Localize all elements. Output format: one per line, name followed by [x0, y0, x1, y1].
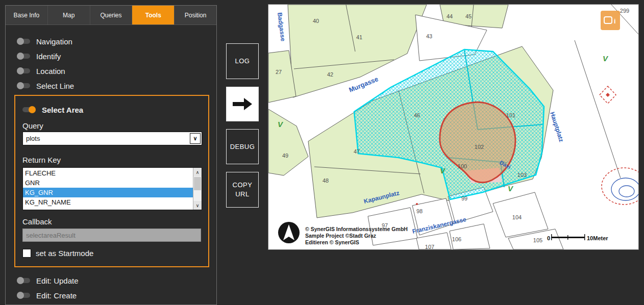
- copy-url-button[interactable]: COPY URL: [226, 172, 259, 208]
- toggle-knob: [17, 292, 24, 299]
- vegetation-symbol: V: [603, 54, 609, 63]
- query-dropdown[interactable]: plots ∨: [22, 132, 202, 145]
- parcel-label: 98: [416, 208, 423, 214]
- toggle-switch-icon[interactable]: [17, 68, 30, 73]
- list-item[interactable]: GNR: [23, 178, 193, 188]
- debug-button[interactable]: DEBUG: [226, 129, 259, 164]
- svg-text:i: i: [614, 17, 616, 25]
- app-window: Base Info Map Queries Tools Position Nav…: [0, 0, 644, 305]
- parcel-label: 101: [506, 112, 515, 118]
- query-dropdown-value: plots: [26, 135, 40, 142]
- tab-queries[interactable]: Queries: [90, 6, 133, 24]
- toggle-row-identify[interactable]: Identify: [17, 50, 61, 62]
- listbox-items: FLAECHE GNR KG_GNR KG_NR_NAME: [23, 168, 193, 210]
- diamond-center-dot: [606, 93, 610, 97]
- scale-distance-label: 10Meter: [587, 235, 608, 241]
- scroll-up-icon[interactable]: ∧: [193, 168, 202, 176]
- parcel-label: 43: [426, 33, 432, 39]
- list-item[interactable]: KG_NR_NAME: [23, 197, 193, 207]
- parcel-label: 100: [458, 163, 467, 169]
- toggle-label: Select Line: [36, 82, 74, 90]
- toggle-switch-icon[interactable]: [17, 54, 30, 59]
- parcel-label: 106: [452, 236, 461, 242]
- copyright-line: Editieren © SynerGIS: [305, 239, 359, 245]
- list-item-selected[interactable]: KG_GNR: [23, 188, 193, 197]
- contour-blue-inner: [619, 186, 634, 197]
- tab-tools[interactable]: Tools: [132, 6, 175, 24]
- parcel-label: 40: [313, 18, 319, 24]
- toggle-row-location[interactable]: Location: [17, 65, 65, 77]
- startmode-label: set as Startmode: [36, 249, 93, 258]
- chevron-down-icon[interactable]: ∨: [190, 133, 201, 144]
- street-label-hauptplatz: Hauptplatz: [549, 111, 565, 143]
- map-canvas[interactable]: V V V V Badgasse Murgasse Hauptplatz Kap…: [268, 5, 638, 249]
- toggle-switch-icon[interactable]: [22, 107, 36, 112]
- north-arrow-icon: [278, 222, 300, 243]
- listbox-scrollbar[interactable]: ∧ ∨: [193, 168, 202, 210]
- parcel-label: 44: [447, 13, 453, 19]
- parcel-label: 49: [282, 152, 288, 159]
- toggle-row-navigation[interactable]: Navigation: [17, 36, 72, 47]
- map-info-icon: i: [603, 14, 617, 27]
- parcel-49: [268, 109, 308, 175]
- map-container: V V V V Badgasse Murgasse Hauptplatz Kap…: [268, 4, 639, 250]
- panel-title: Select Area: [42, 106, 83, 114]
- startmode-checkbox[interactable]: [22, 249, 31, 258]
- parcel-label: 41: [356, 34, 362, 40]
- map-info-button[interactable]: i: [601, 11, 620, 30]
- parcel-label: 46: [414, 112, 420, 118]
- tab-position[interactable]: Position: [175, 6, 216, 24]
- list-item[interactable]: FLAECHE: [23, 168, 193, 178]
- toggle-knob: [17, 82, 24, 89]
- parcel-label: 107: [425, 244, 434, 249]
- tab-map[interactable]: Map: [48, 6, 90, 24]
- next-arrow-button[interactable]: [226, 87, 259, 121]
- toggle-row-edit-create[interactable]: Edit: Create: [17, 290, 77, 301]
- copyright-line: © SynerGIS Informationssysteme GmbH: [305, 226, 408, 232]
- toggle-switch-icon[interactable]: [17, 39, 30, 44]
- toggle-knob: [17, 38, 24, 45]
- street-label-badgasse: Badgasse: [276, 12, 287, 42]
- scale-zero-label: 0: [547, 235, 550, 241]
- toggle-label: Identify: [36, 52, 61, 61]
- parcel-label: 103: [517, 172, 527, 178]
- toggle-label: Edit: Update: [36, 276, 79, 285]
- toggle-row-select-area[interactable]: Select Area: [22, 104, 83, 115]
- query-label: Query: [22, 121, 43, 130]
- toggle-label: Navigation: [36, 37, 72, 46]
- scroll-down-icon[interactable]: ∨: [193, 201, 202, 210]
- small-red-mark: [416, 203, 418, 205]
- scrollbar-thumb[interactable]: [194, 177, 201, 190]
- parcel-label: 105: [533, 237, 542, 243]
- parcel-label: 27: [276, 69, 282, 75]
- parcel-label: 299: [620, 8, 629, 14]
- callback-input[interactable]: [22, 228, 201, 242]
- toggle-knob: [17, 53, 24, 60]
- return-key-label: Return Key: [22, 156, 61, 164]
- parcel-label: 104: [512, 214, 522, 220]
- tab-bar: Base Info Map Queries Tools Position: [6, 6, 216, 25]
- copyright-line: Sample Project ©Stadt Graz: [305, 233, 376, 239]
- toggle-label: Edit: Create: [36, 291, 77, 300]
- parcel-label: 47: [354, 148, 360, 155]
- log-button[interactable]: LOG: [226, 43, 259, 79]
- parcel-label: 102: [475, 144, 484, 150]
- right-arrow-icon: [231, 96, 254, 112]
- startmode-checkbox-row[interactable]: set as Startmode: [22, 249, 93, 258]
- tab-base-info[interactable]: Base Info: [6, 6, 48, 24]
- toggle-row-edit-update[interactable]: Edit: Update: [17, 275, 79, 286]
- toggle-label: Location: [36, 67, 65, 75]
- return-key-listbox[interactable]: FLAECHE GNR KG_GNR KG_NR_NAME ∧ ∨: [22, 167, 202, 210]
- sidebar: Base Info Map Queries Tools Position Nav…: [5, 5, 217, 305]
- toggle-switch-icon[interactable]: [17, 293, 30, 298]
- toggle-row-select-line[interactable]: Select Line: [17, 80, 74, 91]
- toggle-switch-icon[interactable]: [17, 83, 30, 88]
- parcel-label: 99: [461, 195, 467, 201]
- vegetation-symbol: V: [508, 184, 514, 193]
- toggle-knob: [17, 67, 24, 74]
- select-area-panel: Select Area Query plots ∨ Return Key FLA…: [14, 95, 209, 267]
- toggle-knob: [17, 277, 24, 284]
- contour-blue-outer: [611, 178, 638, 200]
- parcel-label: 48: [323, 177, 329, 184]
- toggle-switch-icon[interactable]: [17, 278, 30, 283]
